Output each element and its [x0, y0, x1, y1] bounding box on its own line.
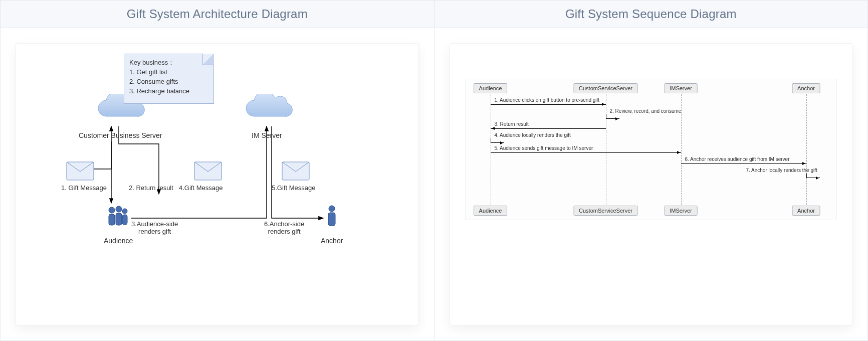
seq-msg-2: 2. Review, record, and consume [610, 108, 682, 114]
step-6-label: 6.Anchor-side renders gift [264, 220, 304, 235]
audience-group-icon [104, 204, 132, 232]
seq-msg-4: 4. Audience locally renders the gift [495, 132, 571, 138]
gift-message-5-label: 5.Gift Message [272, 184, 315, 192]
svg-point-9 [329, 206, 335, 212]
envelope-icon [66, 161, 94, 181]
seq-arrow-5 [491, 152, 681, 153]
architecture-diagram: Key business： 1. Get gift list 2. Consum… [16, 44, 418, 325]
lane-box-audience-top: Audience [474, 83, 508, 93]
seq-arrow-2-self [606, 114, 619, 119]
svg-rect-8 [122, 215, 127, 225]
seq-msg-7: 7. Anchor locally renders the gift [746, 167, 817, 173]
svg-rect-10 [328, 213, 335, 226]
lane-box-im-server-bottom: IMServer [664, 206, 698, 216]
note-item-2: 2. Consume gifts [129, 77, 208, 87]
sequence-title: Gift System Sequence Diagram [435, 1, 868, 28]
lane-box-custom-service-server-top: CustomServiceServer [573, 83, 638, 93]
business-server-label: Customer Business Server [79, 131, 162, 139]
svg-point-5 [116, 206, 122, 212]
envelope-icon [194, 161, 222, 181]
envelope-icon [282, 161, 310, 181]
lane-box-im-server-top: IMServer [664, 83, 698, 93]
sequence-body: Audience CustomServiceServer IMServer An… [435, 28, 868, 340]
anchor-person-icon [324, 204, 339, 232]
im-server-label: IM Server [252, 131, 282, 139]
gift-message-1-label: 1. Gift Message [61, 184, 107, 192]
seq-arrow-4-self [491, 138, 504, 143]
lifeline-anchor [806, 94, 807, 205]
architecture-title: Gift System Architecture Diagram [1, 1, 434, 28]
architecture-panel: Gift System Architecture Diagram Key bus… [1, 1, 435, 340]
seq-msg-5: 5. Audience sends gift message to IM ser… [495, 145, 593, 151]
note-item-1: 1. Get gift list [129, 68, 208, 77]
svg-point-7 [122, 209, 127, 214]
lane-box-anchor-bottom: Anchor [792, 206, 820, 216]
seq-msg-6: 6. Anchor receives audience gift from IM… [685, 156, 790, 162]
architecture-body: Key business： 1. Get gift list 2. Consum… [1, 28, 434, 340]
lane-box-anchor-top: Anchor [792, 83, 820, 93]
lifeline-custom-service-server [606, 94, 606, 205]
svg-rect-6 [116, 213, 122, 225]
svg-rect-4 [109, 214, 115, 225]
seq-arrow-1 [491, 104, 606, 105]
seq-arrow-7-self [806, 174, 820, 178]
seq-msg-1: 1. Audience clicks on gift button to pre… [495, 97, 600, 103]
step-3-label: 3.Audience-side renders gift [131, 220, 178, 235]
architecture-card: Key business： 1. Get gift list 2. Consum… [16, 43, 419, 325]
step-2-label: 2. Return result [129, 184, 173, 192]
sequence-diagram: Audience CustomServiceServer IMServer An… [450, 44, 852, 325]
anchor-label: Anchor [321, 237, 343, 245]
lifeline-audience [491, 94, 491, 205]
seq-arrow-6 [681, 163, 806, 164]
sequence-panel: Gift System Sequence Diagram Audience Cu… [435, 1, 868, 340]
page-root: Gift System Architecture Diagram Key bus… [0, 0, 868, 341]
note-heading: Key business： [129, 58, 208, 68]
sequence-card: Audience CustomServiceServer IMServer An… [450, 43, 853, 325]
seq-arrow-3 [491, 128, 606, 129]
audience-label: Audience [104, 237, 133, 245]
sequence-inner: Audience CustomServiceServer IMServer An… [465, 79, 837, 220]
lane-box-custom-service-server-bottom: CustomServiceServer [573, 206, 638, 216]
cloud-icon [239, 94, 294, 124]
seq-msg-3: 3. Return result [495, 121, 529, 127]
gift-message-4-label: 4.Gift Message [179, 184, 223, 192]
svg-point-3 [109, 207, 115, 213]
note-item-3: 3. Recharge balance [129, 87, 208, 96]
key-business-note: Key business： 1. Get gift list 2. Consum… [124, 54, 214, 104]
lane-box-audience-bottom: Audience [474, 206, 508, 216]
